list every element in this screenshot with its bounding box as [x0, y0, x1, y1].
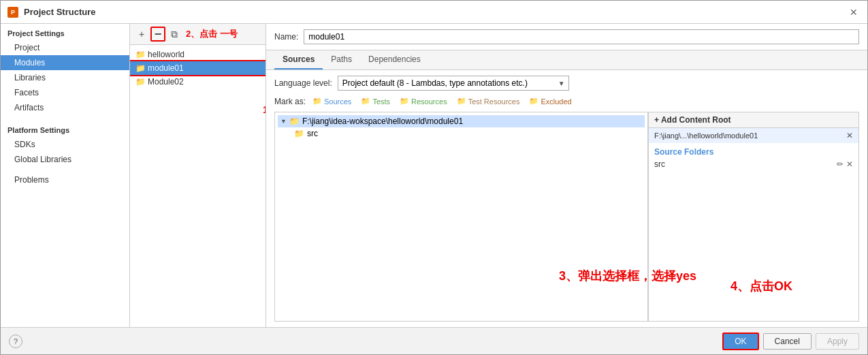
add-module-button[interactable]: +	[134, 27, 149, 42]
name-label: Name:	[274, 32, 298, 42]
root-path-label: F:\jiang\idea-wokspace\helloworld\module…	[302, 117, 463, 126]
sidebar-item-project[interactable]: Project	[1, 40, 129, 55]
tree-arrow-icon: ▼	[280, 118, 287, 125]
tab-paths[interactable]: Paths	[323, 50, 360, 70]
module-toolbar: + − ⧉ 2、点击 一号	[130, 24, 266, 45]
folder-icon: 📁	[135, 77, 145, 87]
sidebar-item-artifacts[interactable]: Artifacts	[1, 100, 129, 115]
main-content: Project Settings Project Modules Librari…	[1, 24, 867, 327]
tab-dependencies[interactable]: Dependencies	[360, 50, 429, 70]
rsp-close-icon[interactable]: ✕	[846, 131, 853, 140]
right-side-panel: + Add Content Root F:\jiang\...\hellowor…	[648, 112, 859, 322]
sidebar-item-problems[interactable]: Problems	[1, 172, 129, 187]
project-structure-dialog: P Project Structure ✕ Project Settings P…	[0, 0, 868, 355]
mark-tests-button[interactable]: 📁 Tests	[358, 96, 393, 106]
sidebar-item-libraries[interactable]: Libraries	[1, 70, 129, 85]
ok-button[interactable]: OK	[722, 333, 758, 350]
folder-icon: 📁	[135, 50, 145, 59]
module-item-module01[interactable]: 📁 module01	[130, 61, 266, 75]
folder-icon: 📁	[135, 63, 145, 73]
copy-module-button[interactable]: ⧉	[167, 27, 182, 42]
tree-root-item[interactable]: ▼ 📁 F:\jiang\idea-wokspace\helloworld\mo…	[278, 115, 645, 127]
file-tree[interactable]: ▼ 📁 F:\jiang\idea-wokspace\helloworld\mo…	[274, 112, 648, 322]
mark-as-row: Mark as: 📁 Sources 📁 Tests 📁 Resources 📁…	[274, 96, 859, 106]
cancel-button[interactable]: Cancel	[763, 333, 811, 350]
mark-sources-button[interactable]: 📁 Sources	[310, 96, 354, 106]
bottom-right: OK Cancel Apply	[722, 333, 859, 350]
rsp-remove-icon[interactable]: ✕	[846, 159, 853, 169]
annotation-2-text: 2、点击 一号	[186, 28, 238, 40]
module-item-helloworld[interactable]: 📁 helloworld	[130, 48, 266, 61]
panel-content: Language level: Project default (8 - Lam…	[266, 70, 867, 327]
tabs-row: Sources Paths Dependencies	[266, 50, 867, 70]
module-list-area: + − ⧉ 2、点击 一号 📁 helloworld 📁 module01 📁 …	[130, 24, 266, 327]
mark-as-label: Mark as:	[274, 97, 306, 106]
name-row: Name:	[266, 24, 867, 50]
content-area: ▼ 📁 F:\jiang\idea-wokspace\helloworld\mo…	[274, 112, 859, 322]
bottom-bar: ? OK Cancel Apply	[1, 327, 867, 354]
source-folders-label: Source Folders	[649, 143, 858, 158]
close-button[interactable]: ✕	[847, 5, 861, 19]
rsp-header: + Add Content Root	[649, 112, 858, 128]
src-label: src	[307, 129, 318, 138]
module-list: 📁 helloworld 📁 module01 📁 Module02	[130, 45, 266, 327]
project-settings-header: Project Settings	[1, 24, 129, 40]
help-button[interactable]: ?	[9, 335, 22, 348]
sidebar-item-facets[interactable]: Facets	[1, 85, 129, 100]
language-level-select[interactable]: Project default (8 - Lambdas, type annot…	[338, 76, 569, 91]
mark-excluded-button[interactable]: 📁 Excluded	[526, 96, 574, 106]
module-name-input[interactable]	[304, 29, 859, 44]
rsp-path-label: F:\jiang\...\helloworld\module01	[654, 132, 758, 140]
apply-button[interactable]: Apply	[816, 333, 859, 350]
tab-sources[interactable]: Sources	[274, 50, 323, 70]
add-content-root-button[interactable]: + Add Content Root	[654, 115, 731, 125]
sidebar-item-modules[interactable]: Modules	[1, 55, 129, 70]
tree-src-item[interactable]: 📁 src	[278, 127, 645, 140]
dialog-title: Project Structure	[24, 7, 841, 17]
rsp-src-folder: src	[654, 159, 665, 169]
language-label: Language level:	[274, 78, 332, 88]
mark-resources-button[interactable]: 📁 Resources	[397, 96, 450, 106]
mark-test-resources-button[interactable]: 📁 Test Resources	[454, 96, 523, 106]
language-row: Language level: Project default (8 - Lam…	[274, 76, 859, 91]
remove-module-button[interactable]: −	[150, 27, 165, 42]
sidebar: Project Settings Project Modules Librari…	[1, 24, 130, 327]
title-bar: P Project Structure ✕	[1, 1, 867, 24]
sidebar-item-global-libraries[interactable]: Global Libraries	[1, 152, 129, 167]
sidebar-item-sdks[interactable]: SDKs	[1, 137, 129, 152]
rsp-folder-icons: ✏ ✕	[837, 159, 853, 169]
main-panel: Name: Sources Paths Dependencies Languag…	[266, 24, 867, 327]
platform-settings-header: Platform Settings	[1, 121, 129, 137]
rsp-edit-icon[interactable]: ✏	[837, 159, 843, 169]
bottom-left: ?	[9, 335, 22, 348]
app-icon: P	[7, 7, 18, 18]
folder-icon: 📁	[294, 129, 304, 138]
module-item-module02[interactable]: 📁 Module02	[130, 75, 266, 89]
language-select-wrapper: Project default (8 - Lambdas, type annot…	[338, 76, 569, 91]
folder-icon: 📁	[289, 117, 300, 126]
rsp-folder-row: src ✏ ✕	[649, 158, 858, 170]
